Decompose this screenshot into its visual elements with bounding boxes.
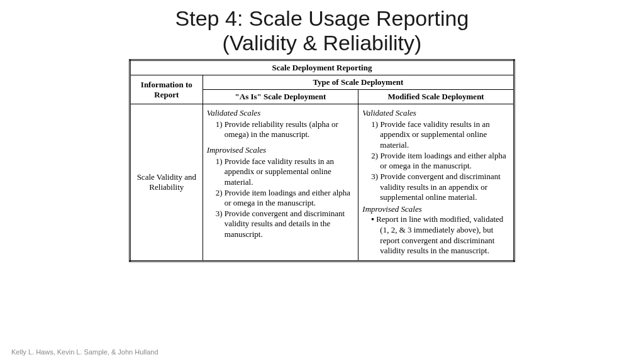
col-asis-header: "As Is" Scale Deployment xyxy=(203,90,358,104)
list-item: 3) Provide convergent and discriminant v… xyxy=(216,209,353,240)
list-item: ▪ Report in line with modified, validate… xyxy=(371,214,508,256)
col-mod-header: Modified Scale Deployment xyxy=(358,90,514,104)
row-label: Scale Validity and Reliability xyxy=(130,104,203,261)
title-line-2: (Validity & Reliability) xyxy=(223,31,422,55)
list-item: 1) Provide reliability results (alpha or… xyxy=(216,119,353,140)
asis-validated-header: Validated Scales xyxy=(207,108,353,119)
list-item: 1) Provide face validity results in an a… xyxy=(216,156,353,188)
asis-validated-list: 1) Provide reliability results (alpha or… xyxy=(207,119,353,140)
mod-validated-header: Validated Scales xyxy=(362,108,508,119)
page-title: Step 4: Scale Usage Reporting (Validity … xyxy=(0,0,644,55)
type-header: Type of Scale Deployment xyxy=(203,75,514,90)
asis-improv-header: Improvised Scales xyxy=(207,145,353,156)
list-item: 3) Provide convergent and discriminant v… xyxy=(371,172,508,203)
deployment-table: Scale Deployment Reporting Information t… xyxy=(129,59,515,262)
list-item: 2) Provide item loadings and either alph… xyxy=(371,151,508,172)
asis-cell: Validated Scales 1) Provide reliability … xyxy=(203,104,358,261)
mod-improv-list: ▪ Report in line with modified, validate… xyxy=(362,214,508,256)
title-line-1: Step 4: Scale Usage Reporting xyxy=(175,6,469,30)
list-item: 1) Provide face validity results in an a… xyxy=(371,119,508,151)
footer-credits: Kelly L. Haws, Kevin L. Sample, & John H… xyxy=(11,348,158,356)
mod-improv-header: Improvised Scales xyxy=(362,204,508,215)
table-title: Scale Deployment Reporting xyxy=(130,60,514,75)
info-header: Information to Report xyxy=(130,75,203,104)
mod-cell: Validated Scales 1) Provide face validit… xyxy=(358,104,514,261)
mod-validated-list: 1) Provide face validity results in an a… xyxy=(362,119,508,203)
list-item: 2) Provide item loadings and either alph… xyxy=(216,188,353,209)
asis-improv-list: 1) Provide face validity results in an a… xyxy=(207,156,353,240)
